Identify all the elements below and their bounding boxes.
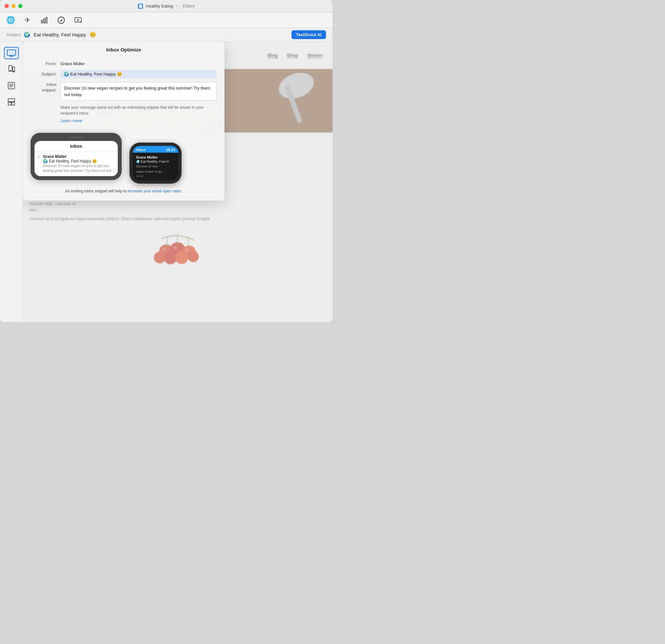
phone-sender: Grace Müller bbox=[43, 154, 115, 159]
svg-rect-1 bbox=[43, 19, 45, 23]
svg-rect-8 bbox=[7, 50, 16, 55]
titlebar: 📄 Healthy Eating — Edited bbox=[0, 0, 332, 12]
subject-emoji-right: 😊 bbox=[90, 32, 96, 38]
sidebar-item-mobile[interactable] bbox=[4, 63, 19, 75]
footer-highlight: increase your email open rates bbox=[128, 189, 181, 194]
globe-icon[interactable]: 🌐 bbox=[5, 15, 16, 25]
watch-inbox-label: Inbox bbox=[136, 148, 146, 152]
watch-content: Grace Müller 🌍 Eat Healthy, Feel H Disco… bbox=[133, 153, 178, 180]
subject-value: Eat Healthy, Feel Happy bbox=[34, 32, 86, 37]
toolbar: 🌐 ✈ bbox=[0, 12, 332, 28]
close-button[interactable] bbox=[4, 4, 9, 8]
watch-screen: Inbox 18:14 Grace Müller 🌍 Eat Healthy, … bbox=[133, 146, 178, 180]
watch-timestamp: 18:14 bbox=[136, 174, 169, 178]
subject-field-label: Subject: bbox=[31, 72, 57, 76]
minimize-button[interactable] bbox=[12, 4, 16, 8]
svg-rect-19 bbox=[8, 99, 15, 102]
sidebar-item-layout[interactable] bbox=[4, 96, 19, 108]
stats-icon[interactable] bbox=[39, 15, 50, 25]
snippet-label: Inbox snippet: bbox=[31, 82, 57, 93]
watch-snippet-2: vegan recipes to ge... bbox=[136, 170, 169, 174]
maximize-button[interactable] bbox=[18, 4, 22, 8]
subject-row: Subject: 🌍 Eat Healthy, Feel Happy 😊 bbox=[31, 70, 217, 78]
watch-sender: Grace Müller bbox=[136, 155, 169, 159]
panel-title: Inbox Optimize bbox=[23, 42, 225, 56]
traffic-lights bbox=[4, 4, 22, 8]
document-icon: 📄 bbox=[138, 4, 143, 9]
svg-point-13 bbox=[10, 70, 11, 71]
watch-status-time: 18:14 bbox=[166, 148, 175, 152]
svg-rect-0 bbox=[41, 20, 43, 23]
subject-emoji-left: 🌍 bbox=[24, 32, 30, 38]
watch-subject: 🌍 Eat Healthy, Feel H bbox=[136, 160, 169, 163]
footer-text: An inviting inbox snippet will help to i… bbox=[23, 184, 225, 194]
window-title: Healthy Eating bbox=[146, 4, 173, 8]
titlebar-center: 📄 Healthy Eating — Edited bbox=[138, 4, 194, 9]
sidebar-item-desktop[interactable] bbox=[4, 47, 19, 59]
watch-status-bar: Inbox 18:14 bbox=[133, 146, 178, 153]
subject-label: Subject bbox=[6, 32, 20, 37]
watch-mockup: Inbox 18:14 Grace Müller 🌍 Eat Healthy, … bbox=[130, 143, 182, 184]
inbox-optimize-panel: Inbox Optimize From: Grace Müller Subjec… bbox=[23, 42, 225, 201]
from-row: From: Grace Müller bbox=[31, 61, 217, 66]
main-area: healthy eating Blog Shop Stories bbox=[0, 42, 332, 322]
check-icon[interactable] bbox=[56, 15, 66, 25]
snippet-row: Inbox snippet: Discover 10 new vegan rec… bbox=[31, 82, 217, 100]
phone-screen: Inbox Grace Müller 🌍 Eat Healthy, Feel H… bbox=[35, 141, 118, 176]
phone-speaker bbox=[70, 137, 83, 139]
sidebar bbox=[0, 42, 23, 322]
watch-snippet-1: Discover 10 new bbox=[136, 164, 169, 169]
email-preview: healthy eating Blog Shop Stories bbox=[23, 42, 332, 322]
unread-dot bbox=[38, 155, 40, 158]
phone-email-row: Grace Müller 🌍 Eat Healthy, Feel Happy 😊… bbox=[35, 152, 118, 176]
phone-inbox-header: Inbox bbox=[35, 141, 118, 152]
hint-text: Make your message stand out with an inte… bbox=[31, 105, 217, 116]
svg-rect-21 bbox=[12, 102, 15, 105]
snippet-input[interactable]: Discover 10 new vegan recipes to get you… bbox=[60, 82, 217, 100]
phone-subject: 🌍 Eat Healthy, Feel Happy 😊 bbox=[43, 159, 115, 163]
device-row: Inbox Grace Müller 🌍 Eat Healthy, Feel H… bbox=[23, 133, 225, 184]
phone-mockup: Inbox Grace Müller 🌍 Eat Healthy, Feel H… bbox=[31, 133, 122, 180]
from-label: From: bbox=[31, 61, 57, 66]
subject-bar: Subject 🌍 Eat Healthy, Feel Happy 😊 Text… bbox=[0, 28, 332, 42]
window-subtitle: Edited bbox=[183, 4, 194, 8]
svg-point-14 bbox=[13, 71, 14, 72]
from-value: Grace Müller bbox=[60, 61, 84, 66]
panel-body: From: Grace Müller Subject: 🌍 Eat Health… bbox=[23, 56, 225, 133]
flight-icon[interactable]: ✈ bbox=[22, 15, 33, 25]
learn-more-link[interactable]: Learn more bbox=[31, 118, 217, 123]
subject-field-value[interactable]: 🌍 Eat Healthy, Feel Happy 😊 bbox=[60, 70, 217, 78]
svg-rect-2 bbox=[46, 17, 47, 23]
svg-rect-20 bbox=[8, 102, 11, 105]
textscout-ai-button[interactable]: TextScout AI bbox=[291, 30, 326, 39]
phone-preview: Discover 10 new vegan recipes to get you… bbox=[43, 163, 115, 173]
email-row-content: Grace Müller 🌍 Eat Healthy, Feel Happy 😊… bbox=[43, 154, 115, 173]
sidebar-item-text[interactable] bbox=[4, 79, 19, 92]
message-icon[interactable] bbox=[73, 15, 83, 25]
titlebar-divider: — bbox=[176, 4, 180, 8]
